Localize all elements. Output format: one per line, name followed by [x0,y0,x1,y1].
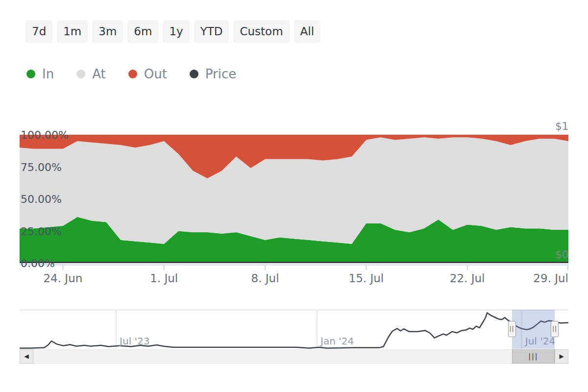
scrollbar-track[interactable] [33,349,555,364]
legend: InAtOutPrice [26,67,236,81]
x-axis-label: 29. Jul [500,272,568,285]
legend-item-price[interactable]: Price [190,67,236,81]
x-axis-label: 8. Jul [231,272,299,285]
legend-marker-price-icon [190,70,198,78]
range-button-6m[interactable]: 6m [127,20,158,43]
navigator-axis-label: Jan '24 [320,335,354,347]
legend-item-in[interactable]: In [26,67,54,81]
x-axis-label: 24. Jun [28,272,97,285]
legend-marker-at-icon [76,70,85,78]
navigator-selected-range[interactable] [512,310,555,349]
navigator-right-handle-icon[interactable]: || [551,321,559,337]
range-button-custom[interactable]: Custom [233,20,289,43]
legend-marker-in-icon [26,70,35,78]
range-button-1m[interactable]: 1m [57,20,88,43]
x-axis-label: 15. Jul [332,272,400,285]
legend-item-out[interactable]: Out [128,67,167,81]
navigator-axis-label: Jul '23 [120,335,149,347]
right-axis-label-top: $1 [529,121,568,132]
range-button-ytd[interactable]: YTD [194,20,229,43]
navigator-left-handle-icon[interactable]: || [508,321,516,337]
legend-item-at[interactable]: At [76,67,106,81]
range-button-all[interactable]: All [294,20,321,43]
x-axis-label: 1. Jul [130,272,198,285]
legend-label: Price [205,67,236,81]
scrollbar-thumb[interactable]: ||| [512,349,555,364]
range-button-3m[interactable]: 3m [92,20,123,43]
range-selector: 7d1m3m6m1yYTDCustomAll [25,20,320,43]
plot-area[interactable] [20,135,568,263]
scrollbar-right-arrow-icon[interactable]: ▶ [555,349,568,364]
range-button-1y[interactable]: 1y [163,20,189,43]
chart-page: { "range_selector": { "buttons": ["7d", … [0,0,588,392]
x-axis-label: 22. Jul [433,272,502,285]
range-button-7d[interactable]: 7d [25,20,52,43]
legend-label: Out [144,67,167,81]
scrollbar-left-arrow-icon[interactable]: ◀ [20,349,33,364]
legend-label: In [42,67,54,81]
legend-label: At [92,67,106,81]
legend-marker-out-icon [128,70,137,78]
